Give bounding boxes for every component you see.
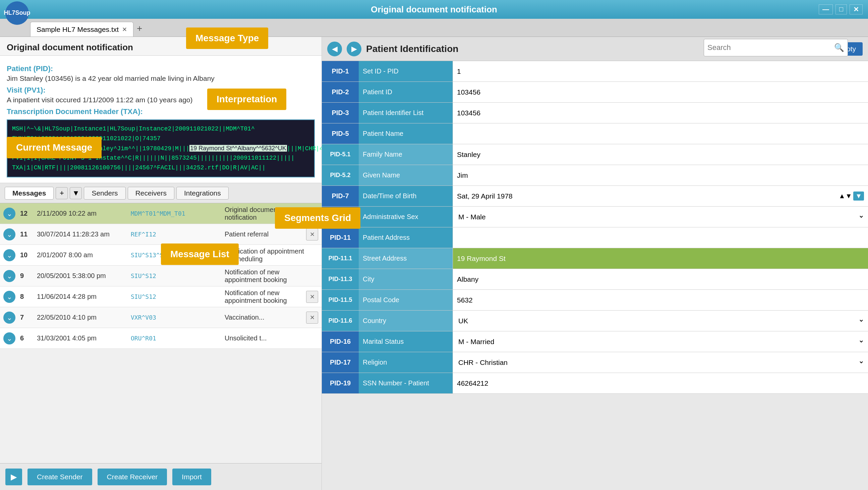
play-button[interactable]: ▶ <box>5 468 22 485</box>
seg-value-cell[interactable] <box>453 248 868 269</box>
tabs-bar: Sample HL7 Messages.txt ✕ + 🔍 <box>0 19 868 37</box>
seg-value-cell[interactable]: CHR - Christian <box>453 352 868 373</box>
seg-field-label: SSN Number - Patient <box>359 373 453 393</box>
seg-id-label: PID-2 <box>322 82 359 102</box>
seg-value-select[interactable]: M - Married <box>457 337 864 346</box>
seg-value-cell[interactable]: UK <box>453 311 868 331</box>
bottom-tabs: Messages + ▼ Senders Receivers Integrati… <box>0 183 321 203</box>
maximize-button[interactable]: □ <box>835 4 847 14</box>
seg-value-input[interactable] <box>457 254 864 263</box>
segment-row: PID-5.1 Family Name <box>322 144 868 165</box>
seg-value-select[interactable]: CHR - Christian <box>457 358 864 367</box>
import-button[interactable]: Import <box>172 468 211 485</box>
seg-value-input[interactable] <box>457 109 864 117</box>
segment-row: PID-5.2 Given Name <box>322 165 868 186</box>
message-expand-icon[interactable]: ⌄ <box>3 249 16 261</box>
tab-close-icon[interactable]: ✕ <box>122 26 127 33</box>
seg-value-cell[interactable]: M - Married <box>453 331 868 352</box>
tab-add-message[interactable]: + <box>56 187 68 199</box>
segments-grid: PID-1 Set ID - PID PID-2 Patient ID PID-… <box>322 61 868 490</box>
date-dropdown-icon[interactable]: ▼ <box>853 191 864 201</box>
nav-next-button[interactable]: ▶ <box>347 41 362 56</box>
seg-id-label: PID-5.1 <box>322 144 359 165</box>
seg-value-input[interactable] <box>457 88 864 96</box>
tab-sample-hl7[interactable]: Sample HL7 Messages.txt ✕ <box>30 22 133 36</box>
message-close-icon[interactable]: ✕ <box>306 208 318 220</box>
minimize-button[interactable]: — <box>819 4 833 14</box>
message-expand-icon[interactable]: ⌄ <box>3 270 16 282</box>
seg-field-label: Street Address <box>359 248 453 269</box>
visit-pv1-label: Visit (PV1): <box>7 86 315 95</box>
tab-senders[interactable]: Senders <box>84 187 125 200</box>
seg-value-cell[interactable] <box>453 61 868 82</box>
seg-value-cell[interactable] <box>453 165 868 185</box>
seg-value-input[interactable] <box>457 151 864 159</box>
message-description: Vaccination... <box>225 314 306 321</box>
message-expand-icon[interactable]: ⌄ <box>3 312 16 324</box>
date-spinner-down[interactable]: ▼ <box>845 192 852 200</box>
seg-value-date[interactable] <box>457 192 837 200</box>
seg-value-input[interactable] <box>457 172 864 179</box>
message-row[interactable]: ⌄ 12 2/11/2009 10:22 am MDM^T01^MDM_T01 … <box>0 203 321 224</box>
message-row[interactable]: ⌄ 8 11/06/2014 4:28 pm SIU^S12 Notificat… <box>0 286 321 307</box>
seg-field-label: Family Name <box>359 144 453 165</box>
tab-label: Sample HL7 Messages.txt <box>36 26 119 34</box>
seg-value-select[interactable]: M - Male <box>457 213 864 221</box>
seg-value-input[interactable] <box>457 130 864 138</box>
seg-value-cell[interactable] <box>453 103 868 123</box>
message-row[interactable]: ⌄ 9 20/05/2001 5:38:00 pm SIU^S12 Notifi… <box>0 266 321 286</box>
message-expand-icon[interactable]: ⌄ <box>3 332 16 344</box>
seg-value-cell[interactable]: ▲ ▼ ▼ <box>453 186 868 206</box>
tab-filter-button[interactable]: ▼ <box>70 187 82 199</box>
seg-id-label: PID-19 <box>322 373 359 393</box>
create-sender-button[interactable]: Create Sender <box>28 468 92 485</box>
tab-receivers[interactable]: Receivers <box>128 187 174 200</box>
seg-field-label: Set ID - PID <box>359 61 453 82</box>
seg-field-label: Patient Identifier List <box>359 103 453 123</box>
message-close-icon[interactable]: ✕ <box>306 291 318 303</box>
message-close-icon[interactable]: ✕ <box>306 228 318 241</box>
message-type-code: ORU^R01 <box>131 335 225 342</box>
message-expand-icon[interactable]: ⌄ <box>3 291 16 303</box>
app-logo: HL7Soup <box>5 1 29 25</box>
seg-id-label: PID-11.3 <box>322 269 359 289</box>
seg-value-input[interactable] <box>457 379 864 387</box>
seg-field-label: Administrative Sex <box>359 207 453 227</box>
seg-value-input[interactable] <box>457 234 864 242</box>
message-number: 12 <box>20 210 37 217</box>
create-receiver-button[interactable]: Create Receiver <box>98 468 167 485</box>
seg-value-input[interactable] <box>457 275 864 283</box>
message-expand-icon[interactable]: ⌄ <box>3 208 16 220</box>
seg-value-cell[interactable] <box>453 227 868 248</box>
seg-value-cell[interactable] <box>453 82 868 102</box>
message-number: 8 <box>20 293 37 301</box>
nav-prev-button[interactable]: ◀ <box>327 41 342 56</box>
tab-integrations[interactable]: Integrations <box>176 187 229 200</box>
seg-value-cell[interactable] <box>453 373 868 393</box>
seg-value-select[interactable]: UK <box>457 316 864 325</box>
segment-row: PID-17 Religion CHR - Christian <box>322 352 868 373</box>
message-expand-icon[interactable]: ⌄ <box>3 228 16 241</box>
search-input[interactable] <box>707 43 834 52</box>
date-spinner-up[interactable]: ▲ <box>839 192 845 200</box>
seg-value-input[interactable] <box>457 296 864 304</box>
message-close-icon[interactable]: ✕ <box>306 312 318 324</box>
message-row[interactable]: ⌄ 10 2/01/2007 8:00 am SIU^S13^SIU_S12 N… <box>0 245 321 266</box>
message-row[interactable]: ⌄ 7 22/05/2010 4:10 pm VXR^V03 Vaccinati… <box>0 307 321 328</box>
seg-value-cell[interactable] <box>453 144 868 165</box>
seg-value-cell[interactable] <box>453 269 868 289</box>
tab-add-button[interactable]: + <box>137 23 142 36</box>
message-date: 2/01/2007 8:00 am <box>37 251 131 259</box>
seg-field-label: Given Name <box>359 165 453 185</box>
message-row[interactable]: ⌄ 11 30/07/2014 11:28:23 am REF^I12 Pati… <box>0 224 321 245</box>
window-controls[interactable]: — □ ✕ <box>819 4 863 14</box>
seg-value-cell[interactable]: M - Male <box>453 207 868 227</box>
seg-value-cell[interactable] <box>453 123 868 144</box>
seg-value-input[interactable] <box>457 67 864 75</box>
seg-value-cell[interactable] <box>453 290 868 310</box>
tab-messages[interactable]: Messages <box>5 187 54 200</box>
seg-id-label: PID-3 <box>322 103 359 123</box>
segment-row: PID-16 Marital Status M - Married <box>322 331 868 352</box>
message-row[interactable]: ⌄ 6 31/03/2001 4:05 pm ORU^R01 Unsolicit… <box>0 328 321 349</box>
close-button[interactable]: ✕ <box>849 4 863 14</box>
